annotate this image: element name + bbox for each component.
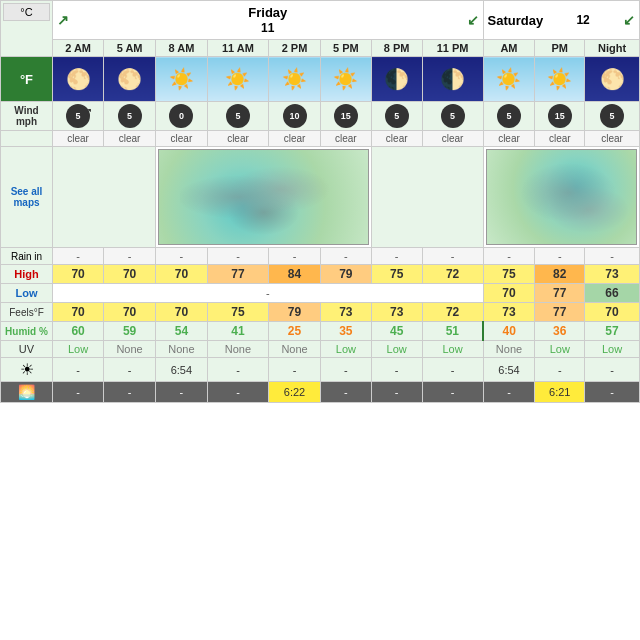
saturday-num: 12 (576, 13, 589, 27)
uv-5am: None (104, 341, 156, 358)
uv-8pm: Low (371, 341, 422, 358)
saturday-map[interactable] (483, 147, 639, 248)
sat-feels-pm: 77 (535, 303, 585, 322)
sat-low-am: 70 (483, 284, 535, 303)
saturday-label: Saturday (488, 13, 544, 28)
sat-sunrise-pm: - (535, 358, 585, 382)
high-2pm: 84 (269, 265, 321, 284)
wind-2pm: 10 (269, 102, 321, 131)
sunset-8am: - (155, 382, 207, 403)
see-all-maps-link[interactable]: See all maps (1, 147, 53, 248)
wind-8pm: 5 (371, 102, 422, 131)
saturday-shrink-icon[interactable]: ↙ (623, 12, 635, 28)
wind-label: Wind mph (1, 102, 53, 131)
sunrise-icon-cell: ☀ (1, 358, 53, 382)
sunset-2pm: 6:22 (269, 382, 321, 403)
sat-cond-night: clear (585, 131, 640, 147)
uv-2pm: None (269, 341, 321, 358)
uv-11pm: Low (422, 341, 483, 358)
wind-11pm: 5 (422, 102, 483, 131)
celsius-button[interactable]: °C (3, 3, 50, 21)
feels-2am: 70 (53, 303, 104, 322)
sat-humid-night: 57 (585, 322, 640, 341)
feels-5am: 70 (104, 303, 156, 322)
feels-11pm: 72 (422, 303, 483, 322)
feels-11am: 75 (207, 303, 268, 322)
rain-2pm: - (269, 248, 321, 265)
time-8am: 8 AM (155, 40, 207, 57)
time-2pm: 2 PM (269, 40, 321, 57)
sunrise-2am: - (53, 358, 104, 382)
friday-low-dash: - (53, 284, 484, 303)
rain-11pm: - (422, 248, 483, 265)
icon-8am: ☀️ (155, 57, 207, 102)
sunset-11pm: - (422, 382, 483, 403)
feels-5pm: 73 (320, 303, 371, 322)
sat-sunset-am: - (483, 382, 535, 403)
sunrise-2pm: - (269, 358, 321, 382)
cond-5pm: clear (320, 131, 371, 147)
sat-wind-am: 5 (483, 102, 535, 131)
sat-high-am: 75 (483, 265, 535, 284)
high-2am: 70 (53, 265, 104, 284)
cond-11pm: clear (422, 131, 483, 147)
wind-5pm: 15 (320, 102, 371, 131)
sunrise-8pm: - (371, 358, 422, 382)
sat-high-night: 73 (585, 265, 640, 284)
sat-feels-night: 70 (585, 303, 640, 322)
sunrise-11am: - (207, 358, 268, 382)
high-11pm: 72 (422, 265, 483, 284)
sat-icon-pm: ☀️ (535, 57, 585, 102)
friday-map-center[interactable] (155, 147, 371, 248)
sunrise-5pm: - (320, 358, 371, 382)
rain-2am: - (53, 248, 104, 265)
cond-8pm: clear (371, 131, 422, 147)
sunset-11am: - (207, 382, 268, 403)
cond-2am: clear (53, 131, 104, 147)
time-2am: 2 AM (53, 40, 104, 57)
sat-humid-pm: 36 (535, 322, 585, 341)
cond-8am: clear (155, 131, 207, 147)
sat-low-pm: 77 (535, 284, 585, 303)
wind-8am: 0 (155, 102, 207, 131)
friday-shrink-icon[interactable]: ↙ (467, 12, 479, 28)
rain-5pm: - (320, 248, 371, 265)
sunrise-11pm: - (422, 358, 483, 382)
sat-cond-am: clear (483, 131, 535, 147)
sat-low-night: 66 (585, 284, 640, 303)
friday-num: 11 (261, 21, 274, 35)
humid-2am: 60 (53, 322, 104, 341)
humid-11am: 41 (207, 322, 268, 341)
cond-11am: clear (207, 131, 268, 147)
time-11pm: 11 PM (422, 40, 483, 57)
humid-8am: 54 (155, 322, 207, 341)
sat-sunrise-night: - (585, 358, 640, 382)
rain-11am: - (207, 248, 268, 265)
rain-label: Rain in (1, 248, 53, 265)
friday-expand-icon[interactable]: ↗ (57, 12, 69, 28)
condition-label-empty (1, 131, 53, 147)
high-11am: 77 (207, 265, 268, 284)
sat-rain-night: - (585, 248, 640, 265)
feels-8pm: 73 (371, 303, 422, 322)
sunset-8pm: - (371, 382, 422, 403)
sunset-5pm: - (320, 382, 371, 403)
humid-label: Humid % (1, 322, 53, 341)
time-5pm: 5 PM (320, 40, 371, 57)
sat-icon-am: ☀️ (483, 57, 535, 102)
humid-5pm: 35 (320, 322, 371, 341)
fahrenheit-button[interactable]: °F (1, 57, 53, 102)
high-5am: 70 (104, 265, 156, 284)
friday-map-right (371, 147, 483, 248)
icon-11pm: 🌓 (422, 57, 483, 102)
humid-8pm: 45 (371, 322, 422, 341)
sat-uv-am: None (483, 341, 535, 358)
high-5pm: 79 (320, 265, 371, 284)
rain-8am: - (155, 248, 207, 265)
rain-5am: - (104, 248, 156, 265)
uv-2am: Low (53, 341, 104, 358)
feels-2pm: 79 (269, 303, 321, 322)
icon-5am: 🌕 (104, 57, 156, 102)
high-label: High (1, 265, 53, 284)
sat-uv-pm: Low (535, 341, 585, 358)
